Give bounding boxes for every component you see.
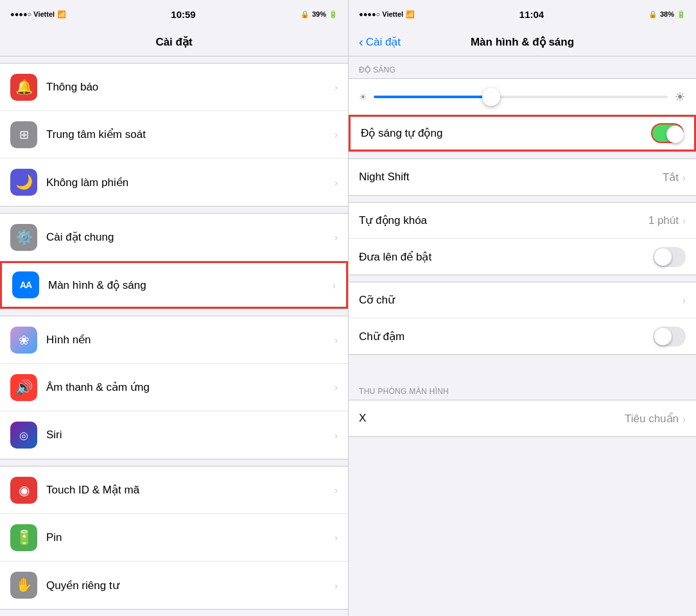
back-chevron-icon: ‹ xyxy=(359,35,363,49)
zoom-chevron: › xyxy=(683,413,686,424)
raise-to-wake-toggle[interactable] xyxy=(653,247,686,267)
auto-lock-chevron: › xyxy=(683,215,686,226)
sounds-label: Âm thanh & cảm ứng xyxy=(46,381,329,394)
left-battery-icon: 🔋 xyxy=(329,10,338,19)
sun-large-icon: ☀ xyxy=(674,89,686,105)
right-nav-title: Màn hình & độ sáng xyxy=(471,35,574,49)
text-group: Cỡ chữ › Chữ đậm xyxy=(349,282,696,355)
display-label: Màn hình & độ sáng xyxy=(48,278,327,292)
wallpaper-label: Hình nền xyxy=(46,333,329,346)
right-time: 11:04 xyxy=(519,9,544,20)
sidebar-item-general[interactable]: ⚙️ Cài đặt chung › xyxy=(0,214,348,261)
bold-text-toggle[interactable] xyxy=(653,327,686,346)
left-status-left: ●●●●○ Viettel 📶 xyxy=(10,10,66,19)
bold-knob xyxy=(654,328,672,345)
right-battery: 38% xyxy=(660,10,674,18)
privacy-chevron: › xyxy=(335,580,338,591)
auto-lock-row[interactable]: Tự động khóa 1 phút › xyxy=(349,203,696,239)
siri-icon: ◎ xyxy=(10,422,37,449)
left-carrier: ●●●●○ Viettel xyxy=(10,10,55,18)
wallpaper-icon: ❀ xyxy=(10,327,37,354)
right-nav-bar: ‹ Cài đặt Màn hình & độ sáng xyxy=(349,28,696,56)
auto-brightness-row[interactable]: Độ sáng tự động xyxy=(349,115,696,151)
touchid-icon: ◉ xyxy=(10,477,37,504)
zoom-section-header: THU PHÓNG MÀN HÌNH xyxy=(349,378,696,400)
sounds-chevron: › xyxy=(335,382,338,393)
battery-label: Pin xyxy=(46,531,329,544)
brightness-slider-row[interactable]: ☀ ☀ xyxy=(349,79,696,115)
general-icon: ⚙️ xyxy=(10,224,37,251)
night-shift-value: Tắt xyxy=(663,171,679,184)
display-chevron: › xyxy=(333,280,336,291)
auto-lock-label: Tự động khóa xyxy=(359,214,648,227)
notifications-chevron: › xyxy=(335,81,338,92)
zoom-view-row[interactable]: X Tiêu chuẩn › xyxy=(349,400,696,436)
night-shift-row[interactable]: Night Shift Tắt › xyxy=(349,159,696,195)
left-battery: 39% xyxy=(312,10,326,18)
back-button[interactable]: ‹ Cài đặt xyxy=(359,35,401,49)
sidebar-item-display[interactable]: AA Màn hình & độ sáng › xyxy=(0,261,348,309)
night-shift-group: Night Shift Tắt › xyxy=(349,158,696,196)
right-wifi-icon: 📶 xyxy=(406,10,415,19)
brightness-track[interactable] xyxy=(374,96,668,98)
night-shift-chevron: › xyxy=(683,172,686,183)
left-group-4: ◉ Touch ID & Mật mã › 🔋 Pin › ✋ Quyền ri… xyxy=(0,466,348,610)
raise-to-wake-row[interactable]: Đưa lên để bật xyxy=(349,239,696,275)
left-wifi-icon: 📶 xyxy=(57,10,66,19)
zoom-group: X Tiêu chuẩn › xyxy=(349,400,696,437)
text-size-label: Cỡ chữ xyxy=(359,293,683,307)
sidebar-item-touchid[interactable]: ◉ Touch ID & Mật mã › xyxy=(0,466,348,514)
control-center-chevron: › xyxy=(335,129,338,140)
right-content[interactable]: ĐỘ SÁNG ☀ ☀ Độ sáng tự động xyxy=(349,56,696,616)
sidebar-item-privacy[interactable]: ✋ Quyền riêng tư › xyxy=(0,561,348,609)
control-center-label: Trung tâm kiểm soát xyxy=(46,128,329,141)
siri-chevron: › xyxy=(335,430,338,441)
left-lock-icon: 🔒 xyxy=(300,10,309,19)
auto-brightness-toggle[interactable] xyxy=(651,123,684,143)
night-shift-label: Night Shift xyxy=(359,171,663,184)
battery-chevron: › xyxy=(335,532,338,543)
brightness-thumb[interactable] xyxy=(482,88,500,106)
siri-label: Siri xyxy=(46,429,329,441)
touchid-chevron: › xyxy=(335,484,338,495)
right-carrier: ●●●●○ Viettel xyxy=(359,10,403,18)
sidebar-item-wallpaper[interactable]: ❀ Hình nền › xyxy=(0,316,348,364)
privacy-icon: ✋ xyxy=(10,572,37,599)
sidebar-item-battery[interactable]: 🔋 Pin › xyxy=(0,514,348,561)
raise-knob xyxy=(654,248,672,266)
right-status-left: ●●●●○ Viettel 📶 xyxy=(359,10,415,19)
do-not-disturb-label: Không làm phiền xyxy=(46,176,329,189)
notifications-label: Thông báo xyxy=(46,81,329,94)
right-lock-icon: 🔒 xyxy=(648,10,657,19)
sidebar-item-siri[interactable]: ◎ Siri › xyxy=(0,411,348,459)
left-nav-title: Cài đặt xyxy=(155,35,192,49)
battery-icon: 🔋 xyxy=(10,524,37,551)
back-label: Cài đặt xyxy=(366,35,401,49)
brightness-fill xyxy=(374,96,491,98)
left-group-1: 🔔 Thông báo › ⊞ Trung tâm kiểm soát › 🌙 … xyxy=(0,63,348,207)
text-size-chevron: › xyxy=(683,295,686,305)
sidebar-item-do-not-disturb[interactable]: 🌙 Không làm phiền › xyxy=(0,158,348,206)
sidebar-item-sounds[interactable]: 🔊 Âm thanh & cảm ứng › xyxy=(0,364,348,411)
autolock-group: Tự động khóa 1 phút › Đưa lên để bật xyxy=(349,202,696,275)
text-size-row[interactable]: Cỡ chữ › xyxy=(349,282,696,318)
left-status-bar: ●●●●○ Viettel 📶 10:59 🔒 39% 🔋 xyxy=(0,0,348,28)
do-not-disturb-chevron: › xyxy=(335,177,338,188)
left-settings-list[interactable]: 🔔 Thông báo › ⊞ Trung tâm kiểm soát › 🌙 … xyxy=(0,56,348,616)
slider-container: ☀ ☀ xyxy=(359,89,686,105)
right-battery-icon: 🔋 xyxy=(677,10,686,19)
left-group-3: ❀ Hình nền › 🔊 Âm thanh & cảm ứng › ◎ Si… xyxy=(0,316,348,459)
sidebar-item-control-center[interactable]: ⊞ Trung tâm kiểm soát › xyxy=(0,111,348,158)
right-panel: ●●●●○ Viettel 📶 11:04 🔒 38% 🔋 ‹ Cài đặt … xyxy=(348,0,696,616)
brightness-group: ☀ ☀ Độ sáng tự động xyxy=(349,78,696,152)
auto-brightness-label: Độ sáng tự động xyxy=(361,126,651,140)
notifications-icon: 🔔 xyxy=(10,74,37,101)
sun-small-icon: ☀ xyxy=(359,92,367,102)
touchid-label: Touch ID & Mật mã xyxy=(46,483,329,497)
privacy-label: Quyền riêng tư xyxy=(46,579,329,592)
toggle-knob xyxy=(666,126,684,143)
bold-text-row[interactable]: Chữ đậm xyxy=(349,318,696,354)
auto-lock-value: 1 phút xyxy=(648,214,679,227)
sidebar-item-notifications[interactable]: 🔔 Thông báo › xyxy=(0,64,348,111)
brightness-section-header: ĐỘ SÁNG xyxy=(349,56,696,78)
